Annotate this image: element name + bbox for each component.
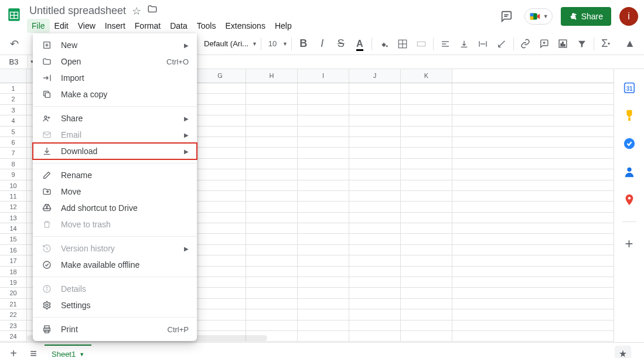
menu-insert[interactable]: Insert [100,19,130,33]
row-header[interactable]: 6 [0,137,26,148]
col-header[interactable]: I [298,69,349,83]
menu-item-share[interactable]: Share▶ [33,110,197,127]
menu-item-open[interactable]: OpenCtrl+O [33,53,197,70]
comments-icon[interactable] [496,6,516,26]
menu-format[interactable]: Format [130,19,165,33]
menu-data[interactable]: Data [165,19,192,33]
wrap-icon[interactable] [475,36,491,52]
row-header[interactable]: 3 [0,105,26,115]
menu-item-make-a-copy[interactable]: Make a copy [33,86,197,103]
menu-view[interactable]: View [73,19,100,33]
tasks-icon[interactable] [623,137,636,150]
fill-color-icon[interactable] [376,36,392,52]
select-all-corner[interactable] [0,69,26,83]
row-header[interactable]: 22 [0,309,26,320]
download-icon [41,146,53,156]
functions-icon[interactable]: Σ▾ [598,36,614,52]
row-header[interactable]: 10 [0,180,26,191]
font-size[interactable]: 10 [265,39,280,48]
sheet-tab[interactable]: Sheet1 ▼ [45,345,91,358]
comment-icon[interactable] [536,36,553,52]
row-header[interactable]: 2 [0,94,26,104]
halign-icon[interactable] [437,36,454,52]
row-header[interactable]: 4 [0,115,26,126]
link-icon[interactable] [517,36,534,52]
strikethrough-icon[interactable]: S [333,36,349,52]
svg-rect-10 [571,15,575,19]
col-header[interactable]: K [401,69,452,83]
row-header[interactable]: 8 [0,159,26,169]
menu-edit[interactable]: Edit [50,19,73,33]
menu-item-email: Email▶ [33,127,197,143]
account-avatar[interactable]: i [619,7,638,26]
share-button[interactable]: Share [561,7,611,26]
contacts-icon[interactable] [623,165,636,178]
row-header[interactable]: 1 [0,83,26,94]
bold-icon[interactable]: B [295,36,312,52]
row-header[interactable]: 11 [0,191,26,202]
sheet-name: Sheet1 [52,350,76,358]
row-header[interactable]: 20 [0,288,26,298]
collapse-toolbar-icon[interactable]: ▲ [622,36,638,52]
menu-item-print[interactable]: PrintCtrl+P [33,321,197,337]
menu-item-download[interactable]: Download▶ [33,143,197,159]
add-sheet-icon[interactable]: + [5,345,22,359]
menu-item-rename[interactable]: Rename [33,167,197,183]
row-header[interactable]: 9 [0,169,26,180]
open-icon [41,57,53,66]
calendar-icon[interactable]: 31 [623,81,636,94]
side-panel: 31 + [614,69,644,342]
row-header[interactable]: 12 [0,202,26,212]
maps-icon[interactable] [623,193,636,206]
doc-title[interactable]: Untitled spreadsheet [29,5,126,17]
row-header[interactable]: 14 [0,223,26,234]
name-box[interactable]: B3 [0,55,28,69]
row-header[interactable]: 13 [0,213,26,223]
font-select[interactable]: Default (Ari... [203,37,250,50]
star-icon[interactable]: ☆ [132,5,141,18]
row-header[interactable]: 15 [0,234,26,244]
menu-item-add-shortcut-to-drive[interactable]: Add shortcut to Drive [33,200,197,216]
sheets-logo[interactable] [4,4,25,25]
row-header[interactable]: 19 [0,277,26,288]
row-header[interactable]: 16 [0,245,26,255]
add-panel-icon[interactable]: + [623,237,636,250]
menu-item-new[interactable]: New▶ [33,37,197,53]
borders-icon[interactable] [394,36,411,52]
sheet-menu-icon[interactable]: ▼ [79,352,84,357]
row-header[interactable]: 24 [0,331,26,342]
row-header[interactable]: 7 [0,148,26,158]
rotate-icon[interactable] [493,36,510,52]
undo-icon[interactable]: ↶ [6,36,22,52]
menu-extensions[interactable]: Extensions [220,19,270,33]
filter-icon[interactable] [574,36,590,52]
email-icon [41,130,53,139]
chart-icon[interactable] [555,36,571,52]
move-folder-icon[interactable] [147,4,158,18]
col-header[interactable]: G [195,69,246,83]
menu-item-make-available-offline[interactable]: Make available offline [33,257,197,273]
meet-button[interactable]: ▼ [524,8,553,25]
keep-icon[interactable] [623,109,636,122]
italic-icon[interactable]: I [314,36,330,52]
row-header[interactable]: 21 [0,299,26,309]
text-color-icon[interactable]: A [352,36,368,52]
row-header[interactable]: 5 [0,127,26,137]
menu-item-settings[interactable]: Settings [33,297,197,313]
explore-icon[interactable] [615,346,631,359]
merge-icon[interactable] [413,36,430,52]
menu-item-move[interactable]: Move [33,183,197,200]
row-header[interactable]: 18 [0,267,26,277]
valign-icon[interactable] [456,36,472,52]
menu-tools[interactable]: Tools [192,19,221,33]
row-header[interactable]: 17 [0,255,26,266]
menu-file[interactable]: File [27,19,50,33]
menu-item-import[interactable]: Import [33,70,197,86]
col-header[interactable]: H [246,69,298,83]
trash-icon [41,220,53,229]
menu-help[interactable]: Help [270,19,297,33]
col-header[interactable]: J [349,69,401,83]
row-header[interactable]: 23 [0,321,26,331]
svg-rect-15 [417,42,425,46]
all-sheets-icon[interactable]: ≡ [25,345,42,359]
